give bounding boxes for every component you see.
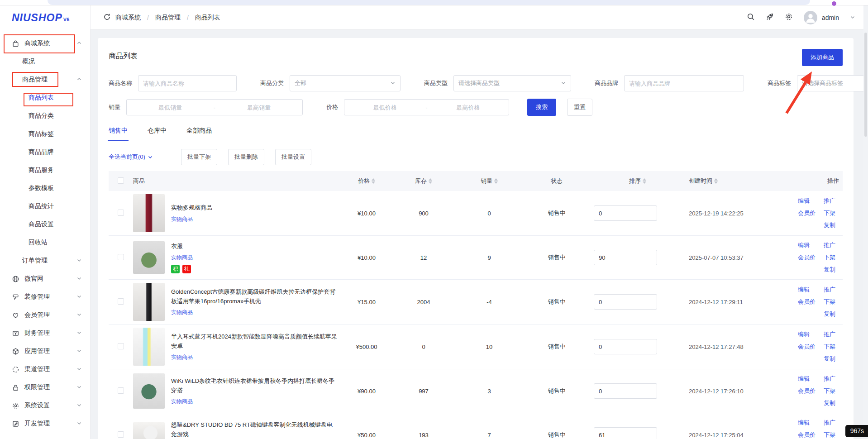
select-all-link[interactable]: 全选当前页(0) (109, 153, 153, 161)
add-product-button[interactable]: 添加商品 (802, 49, 843, 66)
promote-link[interactable]: 推广 (824, 330, 835, 339)
sidebar-item-商品列表[interactable]: 商品列表 (0, 89, 90, 107)
takedown-link[interactable]: 下架 (824, 343, 835, 351)
row-checkbox[interactable] (118, 343, 124, 349)
sidebar-item-开发管理[interactable]: 开发管理 (0, 415, 90, 433)
sort-input[interactable] (594, 383, 657, 399)
sidebar-item-系统设置[interactable]: 系统设置 (0, 396, 90, 415)
breadcrumb-item-3[interactable]: 商品列表 (195, 14, 220, 22)
scrollbar-thumb[interactable] (864, 33, 867, 137)
address-bar[interactable] (48, 0, 810, 5)
sort-icon[interactable] (494, 178, 498, 184)
sort-input[interactable] (594, 250, 657, 265)
member-price-link[interactable]: 会员价 (798, 343, 816, 351)
tab-仓库中[interactable]: 仓库中 (148, 127, 167, 141)
sidebar-item-渠道管理[interactable]: 渠道管理 (0, 360, 90, 378)
copy-link[interactable]: 复制 (824, 221, 835, 229)
rocket-icon[interactable] (766, 13, 774, 23)
promote-link[interactable]: 推广 (824, 419, 835, 427)
batch-button-批量下架[interactable]: 批量下架 (181, 149, 217, 165)
copy-link[interactable]: 复制 (824, 399, 835, 407)
sidebar-item-商城系统[interactable]: 商城系统 (0, 34, 90, 52)
batch-button-批量删除[interactable]: 批量删除 (228, 149, 264, 165)
page-scrollbar[interactable] (863, 5, 868, 439)
sales-min-input[interactable] (127, 104, 214, 111)
takedown-link[interactable]: 下架 (824, 431, 835, 439)
sidebar-item-商品品牌[interactable]: 商品品牌 (0, 143, 90, 161)
edit-link[interactable]: 编辑 (798, 419, 816, 427)
copy-link[interactable]: 复制 (824, 310, 835, 318)
product-name-input[interactable] (138, 75, 237, 91)
promote-link[interactable]: 推广 (824, 286, 835, 294)
breadcrumb-item-2[interactable]: 商品管理 (155, 14, 181, 22)
avatar[interactable] (804, 11, 817, 24)
promote-link[interactable]: 推广 (824, 241, 835, 249)
refresh-icon[interactable] (103, 13, 111, 22)
member-price-link[interactable]: 会员价 (798, 387, 816, 395)
tag-select[interactable]: 请选择商品标签 (797, 75, 868, 91)
chevron-down-icon[interactable] (850, 14, 855, 22)
sidebar-item-商品管理[interactable]: 商品管理 (0, 71, 90, 89)
settings-icon[interactable] (785, 13, 793, 23)
category-select[interactable]: 全部 (290, 75, 401, 91)
copy-link[interactable]: 复制 (824, 355, 835, 363)
sidebar-item-装修管理[interactable]: 装修管理 (0, 288, 90, 306)
logo[interactable]: NIUSHOP V6 (0, 5, 90, 30)
sort-input[interactable] (594, 339, 657, 354)
row-checkbox[interactable] (118, 387, 124, 394)
member-price-link[interactable]: 会员价 (798, 431, 816, 439)
sales-max-input[interactable] (215, 104, 302, 111)
member-price-link[interactable]: 会员价 (798, 209, 816, 217)
batch-button-批量设置[interactable]: 批量设置 (275, 149, 311, 165)
edit-link[interactable]: 编辑 (798, 330, 816, 339)
breadcrumb-item-1[interactable]: 商城系统 (115, 14, 141, 22)
sidebar-item-财务管理[interactable]: 财务管理 (0, 324, 90, 342)
sidebar-item-商品设置[interactable]: 商品设置 (0, 215, 90, 234)
sort-icon[interactable] (372, 178, 375, 184)
edit-link[interactable]: 编辑 (798, 241, 816, 249)
select-all-checkbox[interactable] (118, 177, 124, 184)
column-header-价格[interactable]: 价格 (341, 177, 392, 185)
column-header-排序[interactable]: 排序 (590, 177, 685, 185)
sidebar-item-商品统计[interactable]: 商品统计 (0, 197, 90, 215)
sidebar-item-订单管理[interactable]: 订单管理 (0, 252, 90, 270)
takedown-link[interactable]: 下架 (824, 253, 835, 262)
sidebar-item-商品分类[interactable]: 商品分类 (0, 107, 90, 125)
row-checkbox[interactable] (118, 298, 124, 305)
sort-icon[interactable] (429, 178, 432, 184)
column-header-销量[interactable]: 销量 (455, 177, 523, 185)
sort-input[interactable] (594, 205, 657, 221)
promote-link[interactable]: 推广 (824, 197, 835, 205)
browser-extension-icon[interactable] (832, 1, 836, 6)
edit-link[interactable]: 编辑 (798, 375, 816, 383)
sidebar-item-权限管理[interactable]: 权限管理 (0, 378, 90, 396)
search-icon[interactable] (747, 13, 755, 23)
sort-icon[interactable] (714, 178, 718, 184)
takedown-link[interactable]: 下架 (824, 387, 835, 395)
tab-销售中[interactable]: 销售中 (109, 127, 128, 141)
sidebar-item-商品服务[interactable]: 商品服务 (0, 161, 90, 179)
sidebar-item-概况[interactable]: 概况 (0, 52, 90, 71)
username[interactable]: admin (822, 14, 839, 21)
sort-input[interactable] (594, 427, 657, 439)
sidebar-item-应用管理[interactable]: 应用管理 (0, 342, 90, 360)
sidebar-item-微官网[interactable]: 微官网 (0, 270, 90, 288)
price-min-input[interactable] (344, 104, 425, 111)
promote-link[interactable]: 推广 (824, 375, 835, 383)
member-price-link[interactable]: 会员价 (798, 253, 816, 262)
column-header-库存[interactable]: 库存 (392, 177, 455, 185)
search-button[interactable]: 搜索 (527, 99, 556, 116)
reset-button[interactable]: 重置 (567, 99, 592, 116)
sidebar-item-商品标签[interactable]: 商品标签 (0, 125, 90, 143)
tab-全部商品[interactable]: 全部商品 (186, 127, 212, 141)
row-checkbox[interactable] (118, 210, 124, 216)
takedown-link[interactable]: 下架 (824, 209, 835, 217)
brand-input[interactable] (624, 75, 744, 91)
sidebar-item-参数模板[interactable]: 参数模板 (0, 179, 90, 197)
sort-input[interactable] (594, 294, 657, 310)
column-header-创建时间[interactable]: 创建时间 (685, 177, 792, 185)
price-max-input[interactable] (428, 104, 509, 111)
sidebar-item-会员管理[interactable]: 会员管理 (0, 306, 90, 324)
type-select[interactable]: 请选择商品类型 (453, 75, 571, 91)
row-checkbox[interactable] (118, 254, 124, 260)
